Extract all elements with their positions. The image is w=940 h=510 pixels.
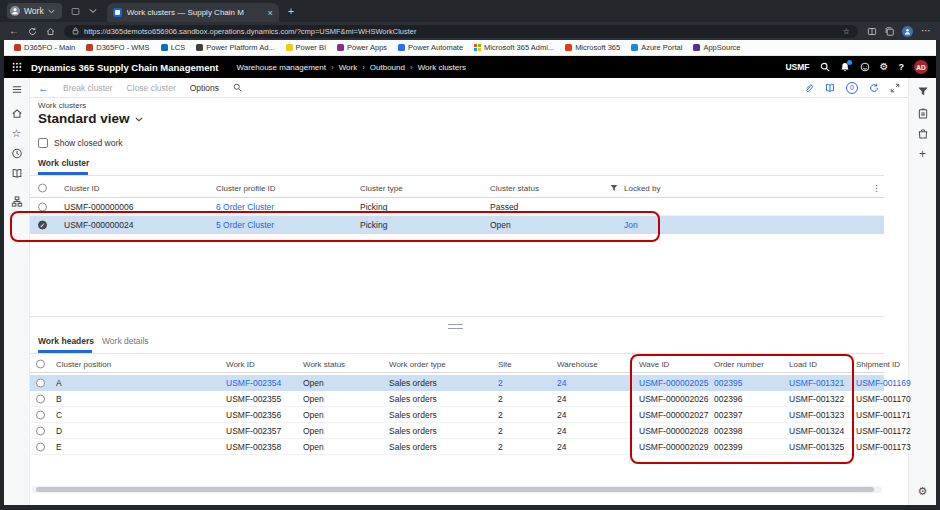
table-row[interactable]: USMF-000000006 6 Order Cluster Picking P… — [30, 198, 884, 216]
settings-gear-icon[interactable]: ⚙ — [880, 62, 889, 72]
column-header[interactable]: Cluster position — [56, 360, 111, 369]
cell-wave-id[interactable]: USMF-000002025 — [639, 378, 708, 388]
cell-load-id[interactable]: USMF-001321 — [789, 378, 844, 388]
column-header[interactable]: Shipment ID — [856, 360, 900, 369]
home-icon[interactable] — [46, 27, 55, 36]
filter-funnel-icon[interactable] — [610, 184, 618, 192]
breadcrumb-item[interactable]: Work clusters — [418, 63, 466, 72]
bookmark-item[interactable]: Power BI — [286, 43, 326, 52]
window-icon[interactable] — [71, 7, 80, 16]
cell-cluster-profile-id[interactable]: 6 Order Cluster — [216, 202, 274, 212]
cell-order-number[interactable]: 002395 — [714, 378, 742, 388]
cell-work-id[interactable]: USMF-002354 — [226, 378, 281, 388]
column-header[interactable]: Work order type — [389, 360, 446, 369]
breadcrumb-item[interactable]: Warehouse management — [236, 63, 326, 72]
table-row[interactable]: B USMF-002355 Open Sales orders 2 24 USM… — [30, 391, 884, 407]
bookmark-item[interactable]: AppSource — [693, 43, 740, 52]
back-arrow-icon[interactable]: ← — [38, 82, 49, 94]
modules-sitemap-icon[interactable] — [11, 196, 22, 207]
cell-site[interactable]: 2 — [498, 378, 503, 388]
new-tab-button[interactable]: + — [288, 5, 294, 17]
column-header[interactable]: Site — [498, 360, 512, 369]
view-selector[interactable]: Standard view — [38, 111, 143, 126]
table-row-selected[interactable]: ✓ USMF-000000024 5 Order Cluster Picking… — [30, 216, 884, 234]
close-cluster-button[interactable]: Close cluster — [127, 83, 176, 93]
collections-icon[interactable] — [885, 27, 894, 36]
notifications-bell-icon[interactable] — [840, 62, 850, 72]
column-header[interactable]: Cluster ID — [64, 183, 100, 192]
open-in-new-window-icon[interactable] — [890, 83, 900, 93]
home-icon[interactable] — [11, 108, 22, 119]
message-count-badge[interactable]: 0 — [846, 82, 858, 94]
company-selector[interactable]: USMF — [785, 62, 809, 72]
filter-funnel-icon[interactable] — [917, 86, 928, 97]
refresh-icon[interactable] — [869, 83, 879, 93]
cell-work-id[interactable]: USMF-002358 — [226, 442, 281, 452]
grid-more-icon[interactable]: ⋮ — [872, 183, 881, 193]
tab-work-cluster[interactable]: Work cluster — [38, 158, 89, 168]
row-checkbox[interactable] — [36, 394, 45, 403]
app-launcher-icon[interactable] — [12, 62, 22, 72]
options-menu-button[interactable]: Options — [190, 83, 219, 93]
column-header[interactable]: Locked by — [624, 183, 660, 192]
column-header[interactable]: Load ID — [789, 360, 817, 369]
bookmark-item[interactable]: LCS — [161, 43, 186, 52]
horizontal-scrollbar[interactable] — [32, 486, 882, 493]
select-all-checkbox[interactable] — [36, 360, 45, 369]
bookmark-item[interactable]: Microsoft 365 Admi... — [474, 43, 554, 52]
bookmark-item[interactable]: Power Platform Ad... — [196, 43, 274, 52]
row-checkbox-checked[interactable]: ✓ — [38, 220, 47, 229]
splitter-handle[interactable] — [448, 324, 463, 329]
guide-book-icon[interactable] — [825, 83, 835, 93]
app-title[interactable]: Dynamics 365 Supply Chain Management — [31, 62, 218, 73]
column-header[interactable]: Cluster profile ID — [216, 183, 276, 192]
table-row-selected[interactable]: A USMF-002354 Open Sales orders 2 24 USM… — [30, 375, 884, 391]
row-checkbox[interactable] — [36, 410, 45, 419]
bookmark-item[interactable]: D365FO - WMS — [86, 43, 149, 52]
refresh-icon[interactable] — [28, 27, 37, 36]
column-header[interactable]: Cluster status — [490, 183, 539, 192]
hamburger-menu-icon[interactable] — [11, 84, 22, 95]
bookmark-item[interactable]: Power Automate — [398, 43, 463, 52]
browser-menu-icon[interactable]: ⋯ — [921, 26, 931, 36]
row-checkbox[interactable] — [36, 378, 45, 387]
cell-warehouse[interactable]: 24 — [557, 378, 566, 388]
column-header[interactable]: Cluster type — [360, 183, 403, 192]
add-panel-icon[interactable]: + — [919, 148, 926, 160]
help-icon[interactable]: ? — [899, 63, 905, 72]
attachments-paperclip-icon[interactable] — [804, 83, 814, 93]
column-header[interactable]: Work ID — [226, 360, 255, 369]
column-header[interactable]: Order number — [714, 360, 764, 369]
close-icon[interactable]: × — [267, 8, 272, 18]
back-icon[interactable]: ← — [9, 26, 19, 36]
workspaces-book-icon[interactable] — [11, 168, 22, 179]
select-all-checkbox[interactable] — [38, 183, 47, 192]
cell-work-id[interactable]: USMF-002357 — [226, 426, 281, 436]
tab-work-details[interactable]: Work details — [102, 336, 149, 346]
table-row[interactable]: D USMF-002357 Open Sales orders 2 24 USM… — [30, 423, 884, 439]
breadcrumb-item[interactable]: Work — [339, 63, 358, 72]
row-checkbox[interactable] — [36, 442, 45, 451]
cell-cluster-profile-id[interactable]: 5 Order Cluster — [216, 220, 274, 230]
favorites-star-icon[interactable]: ☆ — [843, 27, 850, 36]
breadcrumb-item[interactable]: Outbound — [370, 63, 405, 72]
cell-work-id[interactable]: USMF-002355 — [226, 394, 281, 404]
column-header[interactable]: Wave ID — [639, 360, 669, 369]
break-cluster-button[interactable]: Break cluster — [63, 83, 113, 93]
table-row[interactable]: E USMF-002358 Open Sales orders 2 24 USM… — [30, 439, 884, 455]
cell-locked-by[interactable]: Jon — [624, 220, 638, 230]
url-field[interactable]: https://d365demotso656906.sandbox.operat… — [64, 25, 858, 38]
column-header[interactable]: Work status — [303, 360, 345, 369]
bookmark-item[interactable]: Microsoft 365 — [565, 43, 620, 52]
column-header[interactable]: Warehouse — [557, 360, 598, 369]
tab-work-headers[interactable]: Work headers — [38, 336, 94, 346]
favorites-star-icon[interactable]: ☆ — [12, 128, 22, 139]
tab-search-icon[interactable] — [89, 8, 97, 14]
workspace-pill[interactable]: Work — [7, 3, 62, 19]
shopping-bag-icon[interactable] — [917, 128, 928, 139]
bookmark-item[interactable]: Azure Portal — [631, 43, 682, 52]
browser-tab[interactable]: Work clusters — Supply Chain M × — [107, 3, 279, 22]
row-checkbox[interactable] — [38, 202, 47, 211]
table-row[interactable]: C USMF-002356 Open Sales orders 2 24 USM… — [30, 407, 884, 423]
scrollbar-thumb[interactable] — [36, 487, 874, 492]
